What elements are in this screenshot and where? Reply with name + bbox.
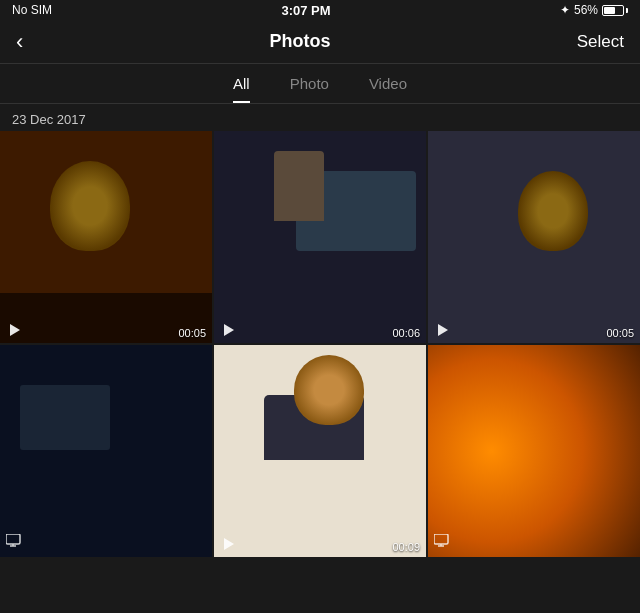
play-icon-2: [220, 323, 238, 337]
photo-cell-6[interactable]: [428, 345, 640, 557]
tab-photo[interactable]: Photo: [290, 64, 329, 103]
photo-grid: 00:05 00:06 00:05: [0, 131, 640, 557]
duration-3: 00:05: [606, 327, 634, 339]
status-indicators: ✦ 56%: [560, 3, 628, 17]
status-bar: No SIM 3:07 PM ✦ 56%: [0, 0, 640, 20]
battery-icon: [602, 5, 628, 16]
svg-marker-1: [224, 324, 234, 336]
carrier-label: No SIM: [12, 3, 52, 17]
duration-2: 00:06: [392, 327, 420, 339]
play-icon-5: [220, 537, 238, 551]
battery-pct-label: 56%: [574, 3, 598, 17]
photo-cell-2[interactable]: 00:06: [214, 131, 426, 343]
nav-bar: ‹ Photos Select: [0, 20, 640, 64]
svg-marker-2: [438, 324, 448, 336]
back-button[interactable]: ‹: [16, 31, 23, 53]
duration-5: 00:09: [392, 541, 420, 553]
duration-1: 00:05: [178, 327, 206, 339]
svg-rect-7: [434, 534, 448, 544]
screen-record-icon-6: [434, 533, 450, 551]
play-icon-1: [6, 323, 24, 337]
time-label: 3:07 PM: [281, 3, 330, 18]
bluetooth-icon: ✦: [560, 3, 570, 17]
tab-video[interactable]: Video: [369, 64, 407, 103]
page-title: Photos: [270, 31, 331, 52]
photo-cell-5[interactable]: 00:09: [214, 345, 426, 557]
screen-record-icon-4: [6, 533, 22, 551]
photo-cell-3[interactable]: 00:05: [428, 131, 640, 343]
select-button[interactable]: Select: [577, 32, 624, 52]
tab-bar: All Photo Video: [0, 64, 640, 104]
svg-marker-6: [224, 538, 234, 550]
section-date-header: 23 Dec 2017: [0, 104, 640, 131]
play-icon-3: [434, 323, 452, 337]
svg-marker-0: [10, 324, 20, 336]
svg-rect-3: [6, 534, 20, 544]
tab-all[interactable]: All: [233, 64, 250, 103]
photo-cell-1[interactable]: 00:05: [0, 131, 212, 343]
photo-cell-4[interactable]: [0, 345, 212, 557]
